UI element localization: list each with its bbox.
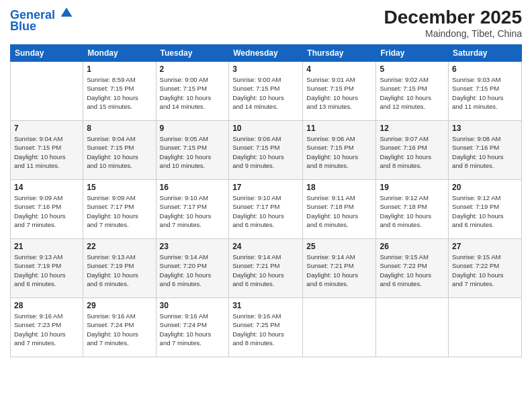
calendar-cell: 12Sunrise: 9:07 AM Sunset: 7:16 PM Dayli… [376,121,449,180]
day-number: 17 [232,183,299,192]
day-info: Sunrise: 9:09 AM Sunset: 7:17 PM Dayligh… [87,193,152,229]
calendar-cell: 31Sunrise: 9:16 AM Sunset: 7:25 PM Dayli… [229,298,303,357]
day-number: 3 [232,64,299,74]
calendar-week-row: 21Sunrise: 9:13 AM Sunset: 7:19 PM Dayli… [11,239,522,298]
day-info: Sunrise: 9:14 AM Sunset: 7:21 PM Dayligh… [306,253,372,288]
calendar-week-row: 28Sunrise: 9:16 AM Sunset: 7:23 PM Dayli… [11,298,522,357]
day-info: Sunrise: 9:11 AM Sunset: 7:18 PM Dayligh… [306,193,372,229]
calendar-week-row: 14Sunrise: 9:09 AM Sunset: 7:16 PM Dayli… [11,180,522,239]
day-number: 2 [160,64,226,74]
calendar-cell: 2Sunrise: 9:00 AM Sunset: 7:15 PM Daylig… [156,62,229,121]
day-info: Sunrise: 9:14 AM Sunset: 7:21 PM Dayligh… [232,253,299,288]
day-info: Sunrise: 9:04 AM Sunset: 7:15 PM Dayligh… [14,134,79,170]
day-info: Sunrise: 9:09 AM Sunset: 7:16 PM Dayligh… [14,193,79,229]
day-info: Sunrise: 9:12 AM Sunset: 7:19 PM Dayligh… [452,193,518,229]
header: General Blue December 2025 Maindong, Tib… [10,7,522,39]
day-number: 14 [14,183,79,192]
day-number: 21 [14,242,79,251]
calendar-cell: 5Sunrise: 9:02 AM Sunset: 7:15 PM Daylig… [376,62,449,121]
calendar-cell: 7Sunrise: 9:04 AM Sunset: 7:15 PM Daylig… [11,121,83,180]
calendar-cell [449,298,522,357]
logo-icon [60,5,73,19]
calendar-cell: 17Sunrise: 9:10 AM Sunset: 7:17 PM Dayli… [229,180,303,239]
day-info: Sunrise: 9:15 AM Sunset: 7:22 PM Dayligh… [380,253,445,288]
day-number: 22 [87,242,152,251]
day-info: Sunrise: 9:02 AM Sunset: 7:15 PM Dayligh… [380,75,445,111]
logo: General Blue [10,7,73,34]
col-header-wednesday: Wednesday [229,45,303,62]
day-number: 7 [14,124,79,133]
day-info: Sunrise: 9:04 AM Sunset: 7:15 PM Dayligh… [87,134,152,170]
day-number: 11 [306,124,372,133]
calendar-cell [303,298,376,357]
calendar-week-row: 1Sunrise: 8:59 AM Sunset: 7:15 PM Daylig… [11,62,522,121]
day-info: Sunrise: 9:07 AM Sunset: 7:16 PM Dayligh… [380,134,445,170]
calendar-cell: 29Sunrise: 9:16 AM Sunset: 7:24 PM Dayli… [83,298,156,357]
col-header-saturday: Saturday [449,45,522,62]
calendar-cell: 13Sunrise: 9:08 AM Sunset: 7:16 PM Dayli… [449,121,522,180]
calendar-cell [376,298,449,357]
day-number: 15 [87,183,152,192]
col-header-thursday: Thursday [303,45,376,62]
day-info: Sunrise: 9:03 AM Sunset: 7:15 PM Dayligh… [452,75,518,111]
calendar-cell: 8Sunrise: 9:04 AM Sunset: 7:15 PM Daylig… [83,121,156,180]
col-header-sunday: Sunday [11,45,83,62]
calendar-cell: 4Sunrise: 9:01 AM Sunset: 7:15 PM Daylig… [303,62,376,121]
day-info: Sunrise: 9:16 AM Sunset: 7:24 PM Dayligh… [160,312,226,347]
day-number: 29 [87,301,152,310]
day-info: Sunrise: 9:16 AM Sunset: 7:25 PM Dayligh… [232,312,299,347]
calendar-cell: 11Sunrise: 9:06 AM Sunset: 7:15 PM Dayli… [303,121,376,180]
calendar-cell: 25Sunrise: 9:14 AM Sunset: 7:21 PM Dayli… [303,239,376,298]
day-number: 5 [380,64,445,74]
calendar-cell: 3Sunrise: 9:00 AM Sunset: 7:15 PM Daylig… [229,62,303,121]
day-number: 13 [452,124,518,133]
calendar-week-row: 7Sunrise: 9:04 AM Sunset: 7:15 PM Daylig… [11,121,522,180]
day-number: 27 [452,242,518,251]
day-number: 6 [452,64,518,74]
day-info: Sunrise: 9:13 AM Sunset: 7:19 PM Dayligh… [87,253,152,288]
day-number: 10 [232,124,299,133]
calendar-cell: 27Sunrise: 9:15 AM Sunset: 7:22 PM Dayli… [449,239,522,298]
calendar-cell: 6Sunrise: 9:03 AM Sunset: 7:15 PM Daylig… [449,62,522,121]
calendar-cell: 15Sunrise: 9:09 AM Sunset: 7:17 PM Dayli… [83,180,156,239]
day-info: Sunrise: 9:10 AM Sunset: 7:17 PM Dayligh… [232,193,299,229]
calendar-cell: 10Sunrise: 9:06 AM Sunset: 7:15 PM Dayli… [229,121,303,180]
day-info: Sunrise: 9:10 AM Sunset: 7:17 PM Dayligh… [160,193,226,229]
day-info: Sunrise: 9:06 AM Sunset: 7:15 PM Dayligh… [232,134,299,170]
day-number: 26 [380,242,445,251]
day-info: Sunrise: 9:00 AM Sunset: 7:15 PM Dayligh… [160,75,226,111]
calendar-cell: 1Sunrise: 8:59 AM Sunset: 7:15 PM Daylig… [83,62,156,121]
month-title: December 2025 [384,7,522,28]
day-info: Sunrise: 9:08 AM Sunset: 7:16 PM Dayligh… [452,134,518,170]
col-header-friday: Friday [376,45,449,62]
calendar-cell: 14Sunrise: 9:09 AM Sunset: 7:16 PM Dayli… [11,180,83,239]
day-number: 4 [306,64,372,74]
calendar-cell: 30Sunrise: 9:16 AM Sunset: 7:24 PM Dayli… [156,298,229,357]
day-info: Sunrise: 9:12 AM Sunset: 7:18 PM Dayligh… [380,193,445,229]
location: Maindong, Tibet, China [384,28,522,39]
day-number: 1 [87,64,152,74]
calendar-header-row: SundayMondayTuesdayWednesdayThursdayFrid… [11,45,522,62]
day-info: Sunrise: 9:16 AM Sunset: 7:23 PM Dayligh… [14,312,79,347]
calendar-cell: 20Sunrise: 9:12 AM Sunset: 7:19 PM Dayli… [449,180,522,239]
calendar-cell: 24Sunrise: 9:14 AM Sunset: 7:21 PM Dayli… [229,239,303,298]
day-number: 9 [160,124,226,133]
day-number: 23 [160,242,226,251]
day-info: Sunrise: 9:06 AM Sunset: 7:15 PM Dayligh… [306,134,372,170]
calendar-cell: 18Sunrise: 9:11 AM Sunset: 7:18 PM Dayli… [303,180,376,239]
calendar-cell: 19Sunrise: 9:12 AM Sunset: 7:18 PM Dayli… [376,180,449,239]
day-info: Sunrise: 8:59 AM Sunset: 7:15 PM Dayligh… [87,75,152,111]
day-number: 16 [160,183,226,192]
col-header-monday: Monday [83,45,156,62]
day-number: 12 [380,124,445,133]
calendar-cell: 26Sunrise: 9:15 AM Sunset: 7:22 PM Dayli… [376,239,449,298]
col-header-tuesday: Tuesday [156,45,229,62]
day-number: 30 [160,301,226,310]
day-number: 28 [14,301,79,310]
day-number: 31 [232,301,299,310]
day-info: Sunrise: 9:05 AM Sunset: 7:15 PM Dayligh… [160,134,226,170]
day-info: Sunrise: 9:00 AM Sunset: 7:15 PM Dayligh… [232,75,299,111]
day-info: Sunrise: 9:13 AM Sunset: 7:19 PM Dayligh… [14,253,79,288]
day-info: Sunrise: 9:01 AM Sunset: 7:15 PM Dayligh… [306,75,372,111]
day-number: 18 [306,183,372,192]
